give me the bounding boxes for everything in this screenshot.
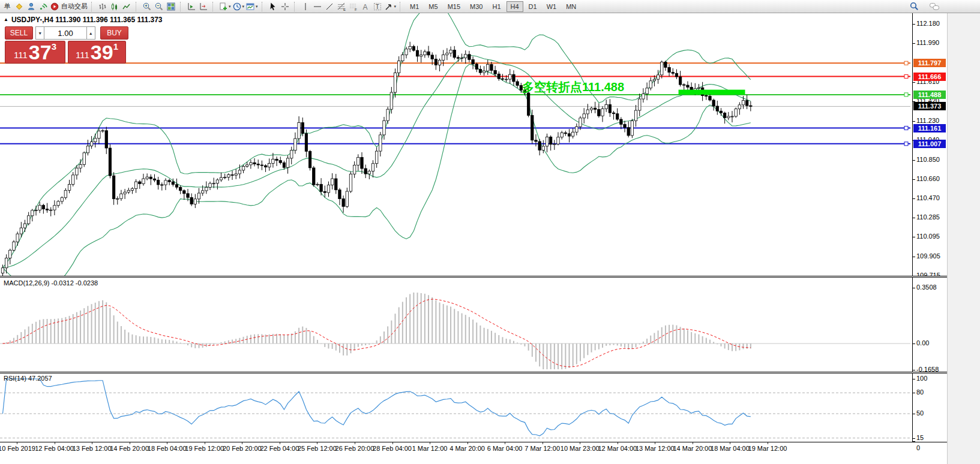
timeframe-h1-button[interactable]: H1 — [488, 1, 505, 12]
signals-icon — [38, 2, 48, 11]
timeframe-h4-button[interactable]: H4 — [507, 1, 523, 12]
one-click-trading-panel: SELL ▼ 1.00 ▲ BUY 111373 111391 — [5, 26, 128, 64]
price-tick-label: 110.095 — [916, 233, 940, 240]
macd-tick-label: 0.00 — [916, 339, 929, 347]
pane-separator[interactable] — [0, 276, 947, 278]
timeframe-d1-button[interactable]: D1 — [525, 1, 541, 12]
chart-shift-button[interactable] — [197, 1, 209, 13]
volume-decrease-button[interactable]: ▼ — [35, 26, 44, 40]
price-chart-pane[interactable] — [0, 13, 913, 276]
autotrading-label: 自动交易 — [61, 2, 88, 11]
volume-increase-button[interactable]: ▲ — [86, 26, 95, 40]
search-button[interactable] — [908, 1, 920, 13]
price-tick-label: 111.230 — [916, 117, 939, 124]
line-chart-icon — [122, 2, 131, 11]
zoom-in-button[interactable] — [141, 1, 153, 13]
toolbar-separator — [262, 2, 265, 11]
autotrading-button[interactable]: 自动交易 — [49, 1, 88, 13]
price-tick-label: 112.180 — [916, 20, 940, 27]
timeframe-m1-button[interactable]: M1 — [406, 1, 423, 12]
trendline-icon — [325, 2, 334, 11]
bar-chart-button[interactable] — [97, 1, 109, 13]
vertical-line-icon — [301, 2, 310, 11]
timeframe-m5-button[interactable]: M5 — [424, 1, 442, 12]
level-line-anchor — [904, 93, 908, 97]
pane-separator[interactable] — [0, 372, 947, 373]
tile-windows-button[interactable] — [165, 1, 177, 13]
price-tick-mark — [913, 198, 915, 199]
buy-button[interactable]: BUY — [100, 26, 128, 40]
rsi-tick-mark — [913, 441, 915, 442]
level-line-anchor — [904, 126, 908, 130]
price-tick-label: 109.905 — [916, 252, 940, 260]
new-order-label: 单 — [4, 2, 11, 11]
fibonacci-button[interactable]: E — [335, 1, 347, 13]
rsi-label: RSI(14) 47.2057 — [4, 375, 52, 382]
window-right-strip — [947, 13, 980, 464]
rsi-tick-mark — [913, 379, 915, 379]
sell-price-button[interactable]: 111373 — [5, 41, 65, 64]
price-tick-label: 110.470 — [916, 194, 940, 201]
price-tick-label: 110.285 — [916, 213, 940, 221]
sell-button[interactable]: SELL — [5, 26, 33, 40]
timeframe-m15-button[interactable]: M15 — [443, 1, 464, 12]
horizontal-line-button[interactable] — [311, 1, 323, 13]
collapse-trade-panel-icon[interactable]: ▲ — [4, 17, 8, 22]
bar-chart-icon — [98, 2, 107, 11]
rsi-pane[interactable] — [0, 373, 913, 442]
vertical-line-button[interactable] — [299, 1, 311, 13]
auto-scroll-button[interactable] — [185, 1, 197, 13]
zoom-out-button[interactable] — [153, 1, 165, 13]
svg-text:E: E — [343, 8, 346, 11]
price-tick-mark — [913, 218, 915, 218]
price-tick-mark — [913, 160, 915, 161]
periods-button[interactable]: ▾ — [232, 1, 245, 13]
price-tick-mark — [913, 257, 915, 257]
sell-price-main: 37 — [29, 44, 52, 61]
new-order-button[interactable]: 单 — [1, 1, 13, 13]
timeframe-mn-button[interactable]: MN — [562, 1, 580, 12]
dropdown-arrow-icon: ▾ — [242, 4, 245, 9]
rsi-tick-mark — [913, 393, 915, 393]
autotrading-icon — [50, 2, 59, 11]
layouts-button[interactable] — [13, 1, 25, 13]
buy-price-button[interactable]: 111391 — [68, 41, 126, 64]
tile-windows-icon — [166, 2, 176, 11]
macd-tick-mark — [913, 288, 915, 288]
trendline-button[interactable] — [323, 1, 335, 13]
zoom-out-icon — [154, 2, 164, 11]
chat-button[interactable] — [928, 1, 940, 13]
rsi-tick-label: 100 — [916, 375, 927, 382]
toolbar-separator — [212, 2, 216, 11]
macd-tick-mark — [913, 370, 915, 370]
macd-pane[interactable] — [0, 278, 913, 371]
chart-title-text: USDJPY-,H4 111.390 111.396 111.365 111.3… — [11, 16, 163, 24]
candlestick-chart-button[interactable] — [109, 1, 121, 13]
toolbar-separator — [180, 2, 184, 11]
clock-icon — [232, 2, 242, 11]
dropdown-arrow-icon: ▾ — [394, 4, 397, 9]
fibonacci-grid-button[interactable]: F — [347, 1, 359, 13]
svg-text:T: T — [375, 4, 379, 10]
price-level-tag: 111.007 — [913, 140, 946, 148]
chart-annotation: 多空转折点111.488 — [522, 79, 624, 95]
rsi-tick-label: 50 — [916, 409, 924, 417]
price-level-tag: 111.797 — [913, 59, 946, 67]
volume-input[interactable]: 1.00 — [44, 26, 86, 40]
text-label-button[interactable]: T — [371, 1, 383, 13]
crosshair-button[interactable] — [279, 1, 291, 13]
chart-title: ▲USDJPY-,H4 111.390 111.396 111.365 111.… — [4, 16, 163, 24]
line-chart-button[interactable] — [121, 1, 133, 13]
time-axis-border — [0, 442, 947, 442]
timeframe-w1-button[interactable]: W1 — [543, 1, 561, 12]
timeframe-m30-button[interactable]: M30 — [466, 1, 487, 12]
add-indicator-icon — [218, 2, 228, 11]
signals-button[interactable] — [37, 1, 49, 13]
community-button[interactable] — [25, 1, 37, 13]
buy-price-prefix: 111 — [76, 50, 89, 59]
cursor-button[interactable] — [267, 1, 279, 13]
templates-button[interactable]: ▾ — [245, 1, 259, 13]
arrows-button[interactable]: ▾ — [383, 1, 397, 13]
text-button[interactable]: A — [359, 1, 371, 13]
indicators-button[interactable]: ▾ — [218, 1, 232, 13]
